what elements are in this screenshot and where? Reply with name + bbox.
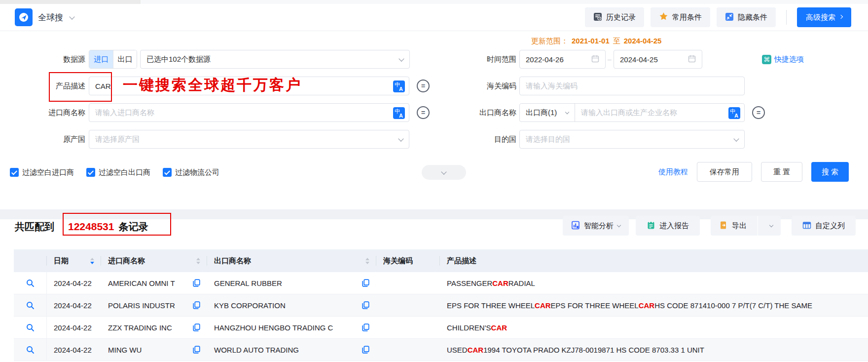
checkbox-checked-icon [163,168,172,177]
destination-placeholder: 请选择目的国 [526,135,570,144]
sort-icon-exporter[interactable] [365,258,369,264]
magnifier-icon[interactable] [26,323,35,332]
table-row: 2024-04-22ZZX TRADING INCHANGZHOU HENGBO… [14,317,868,339]
app-switcher-chevron-icon[interactable] [69,14,74,19]
row-detail-button[interactable] [14,272,47,294]
history-icon [593,12,602,23]
custom-columns-button[interactable]: 自定义列 [792,216,856,236]
tab-import[interactable]: 进口 [89,50,113,68]
date-to-input[interactable]: 2024-04-25 [614,50,702,69]
exporter-row: 出口商名称 出口商(1) 请输入出口商或生产企业名称 中 A = [469,103,765,122]
cell-product-desc: USED CAR 1994 TOYOTA PRADO KZJ78-0019871… [440,339,868,361]
destination-row: 目的国 请选择目的国 [469,130,745,149]
copy-icon[interactable] [193,301,200,309]
tab-export[interactable]: 出口 [113,50,137,68]
cell-importer[interactable]: MING WU [101,339,207,361]
magnifier-icon[interactable] [26,279,35,287]
origin-country-select[interactable]: 请选择原产国 [89,130,409,149]
results-table: 日期 进口商名称 出口商名称 海关编码 产品描述 2024-04-22AMERI… [14,249,868,361]
export-dropdown-button[interactable] [762,225,781,227]
copy-icon[interactable] [362,279,369,287]
filter-logistics[interactable]: 过滤物流公司 [163,168,219,177]
exclude-icon[interactable]: = [417,106,430,119]
product-desc-row: 产品描述 CAR 中 A = [15,77,430,95]
collapse-form-button[interactable] [422,165,466,180]
results-summary: 共匹配到 12248531 条记录 [15,216,148,237]
magnifier-icon[interactable] [26,346,35,354]
date-from-input[interactable]: 2022-04-26 [519,50,606,69]
cell-exporter[interactable]: KYB CORPORATION [207,294,376,316]
translate-icon[interactable]: 中 A [393,80,405,92]
enter-report-button[interactable]: 进入报告 [636,216,700,236]
cell-exporter[interactable]: HANGZHOU HENGBO TRADING C [207,317,376,338]
hs-code-input[interactable]: 请输入海关编码 [519,77,745,95]
hide-conditions-label: 隐藏条件 [738,13,767,22]
cell-importer[interactable]: POLARIS INDUSTR [101,294,207,316]
copy-icon[interactable] [362,301,369,309]
exporter-input[interactable]: 请输入出口商或生产企业名称 [575,108,744,118]
smart-analysis-button[interactable]: 智能分析 [563,216,629,236]
header-product-desc-label: 产品描述 [447,256,476,266]
translate-icon[interactable]: 中 A [728,107,740,119]
advanced-search-button[interactable]: 高级搜索 [797,7,851,27]
destination-label: 目的国 [469,135,516,144]
cell-importer[interactable]: AMERICAN OMNI T [101,272,207,294]
cell-exporter[interactable]: GENERAL RUBBER [207,272,376,294]
magnifier-icon[interactable] [26,301,35,310]
cell-exporter[interactable]: WORLD AUTO TRADING [207,339,376,361]
quick-options-button[interactable]: ⌘ 快捷选项 [762,55,804,64]
chevron-down-icon [733,136,739,141]
filter-blank-importer[interactable]: 过滤空白进口商 [10,168,74,177]
product-desc-value: CAR [95,82,111,90]
row-detail-button[interactable] [14,317,47,338]
advanced-search-label: 高级搜索 [806,13,835,22]
destination-select[interactable]: 请选择目的国 [519,130,745,149]
search-button[interactable]: 搜 索 [811,162,849,182]
copy-icon[interactable] [193,323,200,331]
save-favorite-button[interactable]: 保存常用 [697,162,752,182]
header-exporter[interactable]: 出口商名称 [207,249,376,272]
favorites-button[interactable]: 常用条件 [651,7,710,27]
chevron-down-icon [398,56,404,61]
row-detail-button[interactable] [14,294,47,316]
copy-icon[interactable] [193,279,200,287]
translate-icon[interactable]: 中 A [393,107,405,119]
translate-en-glyph: A [734,113,738,119]
copy-icon[interactable] [362,323,369,331]
importer-input[interactable]: 请输入进口商名称 中 A [89,103,409,122]
datasource-label: 数据源 [15,55,85,64]
exporter-type-select[interactable]: 出口商(1) [520,104,575,121]
enter-report-label: 进入报告 [659,221,689,231]
time-range-label: 时间范围 [469,55,516,64]
export-button[interactable]: 导出 [711,221,754,231]
exclude-icon[interactable]: = [752,106,765,119]
filter-blank-exporter-label: 过滤空白出口商 [99,168,150,177]
cell-product-desc: PASSENGER CAR RADIAL [440,272,868,294]
importer-row: 进口商名称 请输入进口商名称 中 A = [15,103,430,122]
export-label: 导出 [732,221,747,231]
reset-button[interactable]: 重 置 [761,162,802,182]
bi-chart-icon [571,221,580,231]
copy-icon[interactable] [362,346,369,354]
quick-options-label: 快捷选项 [774,55,804,64]
product-desc-input[interactable]: CAR 中 A [89,77,409,95]
hide-conditions-button[interactable]: 隐藏条件 [717,7,776,27]
sort-icon-date[interactable] [90,258,94,264]
export-divider [758,216,758,236]
row-detail-button[interactable] [14,339,47,361]
header-date[interactable]: 日期 [47,249,101,272]
datasource-select[interactable]: 已选中102个数据源 [140,50,410,69]
header-importer[interactable]: 进口商名称 [101,249,207,272]
filter-blank-exporter[interactable]: 过滤空白出口商 [86,168,150,177]
quick-options-icon: ⌘ [762,55,771,64]
sort-icon-importer[interactable] [196,258,200,264]
cell-product-desc: CHILDREN'S CAR [440,317,868,338]
cell-importer[interactable]: ZZX TRADING INC [101,317,207,338]
copy-icon[interactable] [193,346,200,354]
smart-analysis-label: 智能分析 [584,221,614,231]
history-button[interactable]: 历史记录 [585,7,644,27]
calendar-icon [591,55,599,64]
tutorial-link[interactable]: 使用教程 [658,167,688,177]
exclude-icon[interactable]: = [417,80,430,92]
update-range-prefix: 更新范围： [531,37,568,46]
